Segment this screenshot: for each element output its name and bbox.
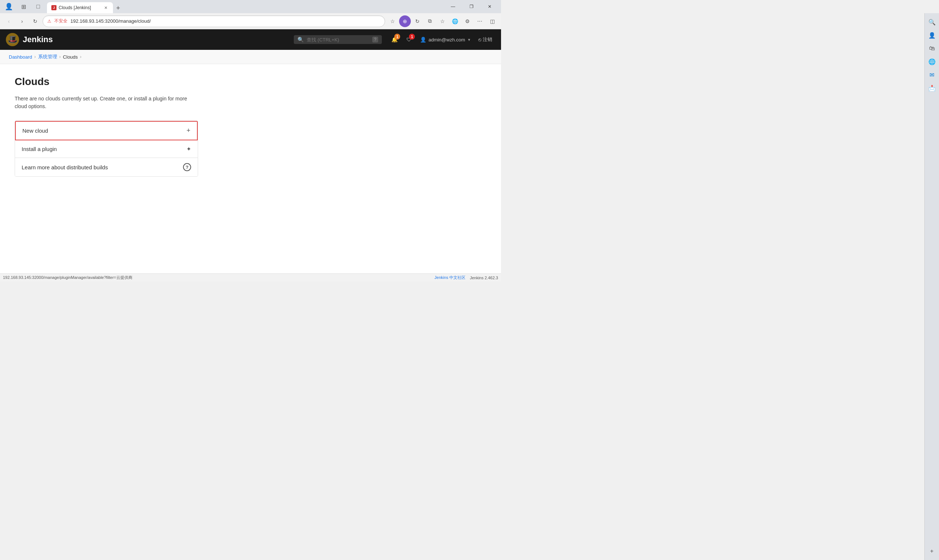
user-name: admin@wzh.com (429, 37, 465, 43)
browser-profile-button[interactable]: 🌐 (449, 15, 461, 27)
jenkins-header: 🎩 Jenkins 🔍 ? 🔔 1 🛡 1 👤 (0, 29, 501, 50)
maximize-button[interactable]: ❐ (463, 1, 480, 12)
minimize-button[interactable]: — (444, 1, 461, 12)
tab-title: Clouds [Jenkins] (59, 5, 91, 10)
install-plugin-icon: ✦ (187, 146, 191, 152)
breadcrumb-sep-3: › (80, 54, 82, 59)
header-icons: 🔔 1 🛡 1 👤 admin@wzh.com ▼ ⎋ 注销 (388, 33, 495, 46)
security-alert-button[interactable]: 🛡 1 (402, 33, 416, 46)
status-url: 192.168.93.145:32000/manage/pluginManage… (3, 275, 133, 280)
page-title: Clouds (15, 76, 486, 88)
install-plugin-label: Install a plugin (22, 146, 57, 152)
notification-bell-button[interactable]: 🔔 1 (388, 33, 401, 46)
split-view-button[interactable]: ⧉ (424, 15, 436, 27)
refresh-nav-button[interactable]: ↻ (412, 15, 423, 27)
breadcrumb-dashboard[interactable]: Dashboard (9, 54, 32, 60)
user-dropdown-icon: ▼ (467, 38, 471, 42)
tab-bar: J Clouds [Jenkins] ✕ + (47, 0, 442, 13)
new-cloud-icon: + (187, 127, 190, 134)
jenkins-title: Jenkins (23, 35, 53, 45)
new-cloud-item[interactable]: New cloud + (15, 121, 198, 140)
close-button[interactable]: ✕ (481, 1, 498, 12)
window-controls: — ❐ ✕ (444, 1, 498, 12)
search-box[interactable]: 🔍 ? (294, 35, 382, 44)
address-url: 192.168.93.145:32000/manage/cloud/ (71, 18, 380, 24)
search-icon: 🔍 (298, 37, 304, 43)
learn-more-label: Learn more about distributed builds (22, 164, 108, 171)
user-menu[interactable]: 👤 admin@wzh.com ▼ (417, 35, 474, 44)
learn-more-item[interactable]: Learn more about distributed builds ? (15, 158, 198, 176)
bookmark-button[interactable]: ☆ (387, 15, 398, 27)
tab-close-button[interactable]: ✕ (103, 5, 109, 11)
logout-icon: ⎋ (478, 37, 481, 43)
jenkins-community-link[interactable]: Jenkins 中文社区 (435, 275, 466, 280)
learn-more-icon: ? (183, 163, 191, 171)
extensions-button[interactable]: ⊕ (399, 15, 411, 27)
profile-icon[interactable]: 👤 (3, 1, 15, 12)
tab-favicon: J (51, 5, 57, 10)
security-icon: ⚠ (47, 19, 51, 24)
jenkins-logo: 🎩 Jenkins (6, 33, 53, 46)
jenkins-version: Jenkins 2.462.3 (470, 275, 498, 280)
breadcrumb-sep-2: › (59, 54, 61, 59)
jenkins-avatar: 🎩 (6, 33, 19, 46)
notification-badge: 1 (394, 34, 400, 40)
status-bar-right: Jenkins 中文社区 Jenkins 2.462.3 (435, 275, 498, 280)
status-bar: 192.168.93.145:32000/manage/pluginManage… (0, 274, 501, 282)
logout-button[interactable]: ⎋ 注销 (475, 35, 495, 45)
page-description: There are no clouds currently set up. Cr… (15, 95, 198, 110)
favorites-button[interactable]: ☆ (436, 15, 448, 27)
breadcrumb-sep-1: › (34, 54, 36, 59)
breadcrumb: Dashboard › 系统管理 › Clouds › (0, 50, 501, 64)
breadcrumb-current: Clouds (63, 54, 78, 60)
sidebar-toggle-button[interactable]: ◫ (486, 15, 498, 27)
browser-settings-button[interactable]: ⚙ (461, 15, 473, 27)
back-button[interactable]: ‹ (3, 15, 15, 27)
title-bar: 👤 ⊞ □ J Clouds [Jenkins] ✕ + — ❐ ✕ (0, 0, 501, 13)
nav-right-buttons: ☆ ⊕ ↻ ⧉ ☆ 🌐 ⚙ ⋯ ◫ (387, 15, 498, 27)
browser-menu-icon[interactable]: □ (32, 1, 44, 12)
main-content: Clouds There are no clouds currently set… (0, 64, 501, 274)
new-tab-button[interactable]: + (113, 3, 123, 13)
address-bar[interactable]: ⚠ 不安全 192.168.93.145:32000/manage/cloud/ (43, 15, 385, 27)
nav-bar: ‹ › ↻ ⚠ 不安全 192.168.93.145:32000/manage/… (0, 13, 501, 29)
new-cloud-label: New cloud (22, 128, 48, 134)
user-avatar-icon: 👤 (420, 37, 426, 43)
search-help-icon: ? (372, 37, 379, 43)
extensions-icon[interactable]: ⊞ (18, 1, 29, 12)
refresh-button[interactable]: ↻ (29, 15, 41, 27)
action-list: New cloud + Install a plugin ✦ Learn mor… (15, 121, 198, 177)
page-content: 🎩 Jenkins 🔍 ? 🔔 1 🛡 1 👤 (0, 29, 501, 274)
more-button[interactable]: ⋯ (474, 15, 486, 27)
forward-button[interactable]: › (16, 15, 28, 27)
search-input[interactable] (307, 37, 369, 43)
browser-controls-left: 👤 ⊞ □ (3, 1, 44, 12)
security-label: 不安全 (54, 18, 68, 24)
breadcrumb-system[interactable]: 系统管理 (38, 54, 57, 60)
security-badge: 1 (409, 34, 415, 40)
active-tab[interactable]: J Clouds [Jenkins] ✕ (47, 2, 113, 13)
logout-label: 注销 (483, 36, 492, 43)
install-plugin-item[interactable]: Install a plugin ✦ (15, 140, 198, 158)
